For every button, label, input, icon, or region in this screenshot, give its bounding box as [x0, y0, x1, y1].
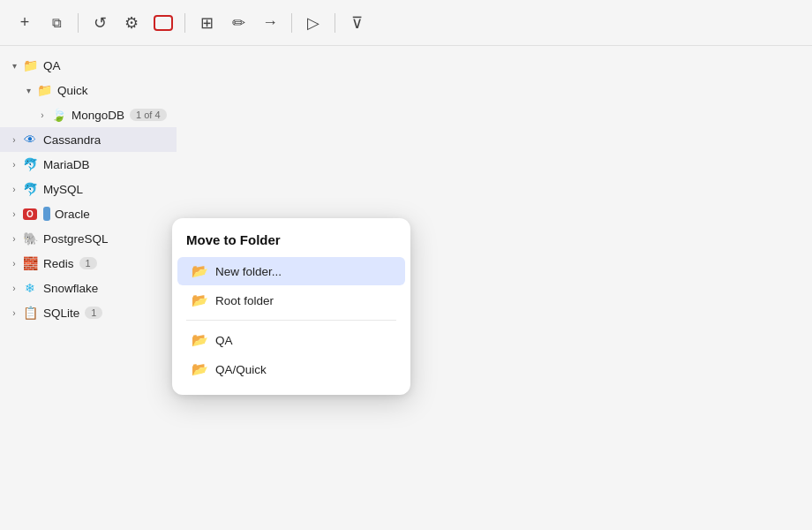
- tree-item-label: Snowflake: [43, 282, 98, 295]
- popup-item-label: QA/Quick: [215, 363, 267, 376]
- grid-icon: ⊞: [200, 13, 214, 33]
- chevron-down-icon: ▾: [21, 83, 35, 97]
- tree-item-label: Redis: [43, 257, 74, 270]
- tree-item-snowflake[interactable]: › ❄ Snowflake: [0, 276, 177, 300]
- popup-item-new-folder[interactable]: 📂 New folder...: [177, 257, 405, 285]
- toolbar: + ⧉ ↺ ⚙ ⊞ ✏ → ▷ ⊽: [0, 0, 812, 46]
- arrow-icon: →: [262, 13, 278, 32]
- play-icon: ▷: [307, 13, 320, 33]
- tree-item-label: PostgreSQL: [43, 232, 109, 246]
- redis-icon: 🧱: [21, 254, 39, 272]
- connection-badge: 1: [79, 257, 97, 269]
- popup-item-label: QA: [215, 334, 233, 347]
- tree-item-label: MariaDB: [43, 158, 90, 171]
- folder-icon: 📂: [192, 292, 208, 308]
- chevron-right-icon: ›: [7, 231, 21, 246]
- edit-button[interactable]: ✏: [224, 9, 252, 37]
- copy-icon: ⧉: [52, 15, 62, 31]
- filter-icon: ⊽: [351, 13, 363, 33]
- tree-item-label: MongoDB: [71, 109, 124, 122]
- chevron-right-icon: ›: [7, 207, 21, 221]
- popup-item-root-folder[interactable]: 📂 Root folder: [177, 286, 405, 314]
- tree-item-label: Quick: [57, 84, 88, 97]
- gear-icon: ⚙: [124, 13, 139, 33]
- mysql-icon: 🐬: [21, 180, 39, 198]
- add-icon: +: [20, 13, 30, 32]
- toolbar-divider-4: [335, 13, 335, 33]
- folder-icon: 📁: [35, 81, 53, 99]
- chevron-down-icon: ▾: [7, 58, 21, 72]
- tree-item-redis[interactable]: › 🧱 Redis 1: [0, 251, 177, 276]
- tree-item-label: SQLite: [43, 307, 79, 320]
- popup-item-label: New folder...: [215, 265, 282, 278]
- chevron-right-icon: ›: [7, 132, 21, 147]
- tree-item-quick[interactable]: ▾ 📁 Quick: [0, 78, 177, 102]
- record-button[interactable]: [149, 9, 177, 37]
- tree-item-sqlite[interactable]: › 📋 SQLite 1: [0, 300, 177, 325]
- tree-item-mongodb[interactable]: › 🍃 MongoDB 1 of 4: [0, 102, 177, 127]
- popup-title: Move to Folder: [172, 232, 410, 256]
- cassandra-icon: 👁: [21, 131, 39, 148]
- navigate-button[interactable]: →: [256, 9, 284, 37]
- tree-item-label: Cassandra: [43, 133, 101, 147]
- chevron-right-icon: ›: [7, 157, 21, 171]
- snowflake-icon: ❄: [21, 279, 39, 297]
- oracle-connector-icon: [43, 207, 50, 221]
- popup-item-qa-quick[interactable]: 📂 QA/Quick: [177, 355, 405, 383]
- popup-divider: [186, 320, 396, 321]
- chevron-right-icon: ›: [7, 306, 21, 320]
- toolbar-divider-1: [78, 13, 79, 33]
- toolbar-divider-2: [184, 13, 185, 33]
- toolbar-divider-3: [291, 13, 292, 33]
- refresh-icon: ↺: [94, 13, 107, 33]
- popup-item-qa[interactable]: 📂 QA: [177, 326, 405, 354]
- folder-icon: 📁: [21, 57, 39, 74]
- tree-item-oracle[interactable]: › O Oracle: [0, 201, 177, 226]
- popup-item-label: Root folder: [215, 294, 274, 307]
- mongodb-icon: 🍃: [49, 106, 67, 124]
- folder-icon: 📂: [192, 332, 208, 348]
- tree-item-mysql[interactable]: › 🐬 MySQL: [0, 177, 177, 201]
- sqlite-icon: 📋: [21, 304, 39, 322]
- chevron-right-icon: ›: [7, 256, 21, 270]
- settings-button[interactable]: ⚙: [117, 9, 146, 37]
- move-to-folder-popup: Move to Folder 📂 New folder... 📂 Root fo…: [172, 218, 410, 395]
- add-button[interactable]: +: [11, 9, 39, 37]
- folder-icon: 📂: [192, 361, 208, 377]
- tree-item-label: QA: [43, 59, 61, 72]
- filter-button[interactable]: ⊽: [342, 9, 371, 37]
- postgres-icon: 🐘: [21, 230, 39, 247]
- copy-button[interactable]: ⧉: [42, 9, 71, 37]
- tree-item-cassandra[interactable]: › 👁 Cassandra: [0, 127, 177, 152]
- connection-tree: ▾ 📁 QA ▾ 📁 Quick › 🍃 MongoDB 1 of 4 › 👁 …: [0, 46, 177, 530]
- tree-item-mariadb[interactable]: › 🐬 MariaDB: [0, 152, 177, 177]
- chevron-right-icon: ›: [35, 108, 49, 122]
- tree-item-qa[interactable]: ▾ 📁 QA: [0, 53, 177, 78]
- folder-icon: 📂: [192, 263, 208, 279]
- play-button[interactable]: ▷: [299, 9, 327, 37]
- pencil-icon: ✏: [232, 13, 245, 33]
- connection-badge: 1: [85, 307, 102, 319]
- mariadb-icon: 🐬: [21, 155, 39, 173]
- grid-button[interactable]: ⊞: [192, 9, 221, 37]
- record-icon: [154, 15, 173, 31]
- oracle-icon: O: [21, 205, 39, 223]
- tree-item-label: Oracle: [55, 208, 90, 221]
- tree-item-postgres[interactable]: › 🐘 PostgreSQL: [0, 226, 177, 251]
- connection-badge: 1 of 4: [130, 109, 167, 121]
- tree-item-label: MySQL: [43, 183, 83, 196]
- chevron-right-icon: ›: [7, 182, 21, 196]
- refresh-button[interactable]: ↺: [86, 9, 114, 37]
- chevron-right-icon: ›: [7, 281, 21, 295]
